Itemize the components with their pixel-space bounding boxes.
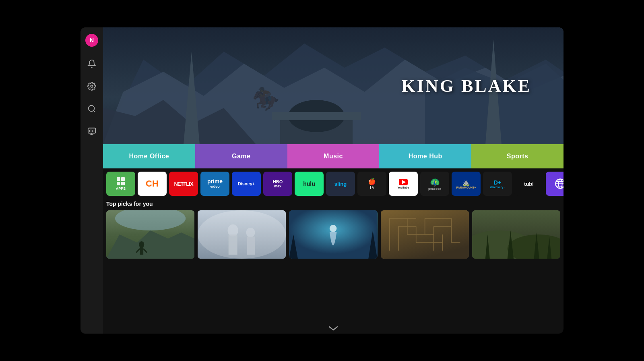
hero-rider-silhouette: 🏇 xyxy=(252,86,280,112)
youtube-label: YouTube xyxy=(398,186,409,189)
picks-row xyxy=(106,210,560,259)
main-content: 🏇 KING BLAKE Home Office Game Music Home… xyxy=(103,27,564,334)
user-avatar[interactable]: N xyxy=(85,34,98,47)
sling-label: sling xyxy=(334,181,347,187)
hero-banner[interactable]: 🏇 KING BLAKE xyxy=(103,27,564,144)
svg-rect-29 xyxy=(140,247,143,255)
svg-rect-35 xyxy=(229,234,237,255)
hulu-tile[interactable]: hulu xyxy=(295,172,324,196)
settings-icon[interactable] xyxy=(86,81,97,92)
tv-frame: N xyxy=(80,27,564,334)
more-apps-tile[interactable] xyxy=(546,172,564,196)
svg-point-1 xyxy=(89,106,95,112)
svg-rect-16 xyxy=(272,112,361,120)
svg-point-36 xyxy=(246,228,255,237)
scroll-down-indicator[interactable] xyxy=(328,325,338,332)
sidebar: N xyxy=(80,27,103,334)
pick-2-art xyxy=(198,210,286,259)
apple-tv-tile[interactable]: 🍎 TV xyxy=(357,172,386,196)
svg-rect-37 xyxy=(247,237,255,255)
pick-4-art xyxy=(381,210,469,259)
picks-title: Top picks for you xyxy=(106,201,560,207)
picks-section: Top picks for you xyxy=(103,199,564,324)
disney-tile[interactable]: Disney+ xyxy=(232,172,261,196)
pick-item-1[interactable] xyxy=(106,210,194,259)
peacock-tile[interactable]: 🦚 peacock xyxy=(420,172,449,196)
svg-line-2 xyxy=(93,110,95,112)
globe-icon xyxy=(555,178,564,189)
svg-marker-27 xyxy=(106,230,194,259)
hero-title: KING BLAKE xyxy=(402,76,531,96)
category-game[interactable]: Game xyxy=(195,144,287,168)
youtube-tile[interactable]: YouTube xyxy=(389,172,418,196)
ch-logo: CH xyxy=(146,178,159,189)
apple-tv-label: TV xyxy=(368,185,376,190)
paramount-tile[interactable]: ⛰️ PARAMOUNT+ xyxy=(452,172,481,196)
svg-point-33 xyxy=(198,210,286,259)
apps-label: APPS xyxy=(116,187,126,191)
pick-item-2[interactable] xyxy=(198,210,286,259)
paramount-label: PARAMOUNT+ xyxy=(456,186,476,189)
hulu-label: hulu xyxy=(303,180,315,187)
hbo-tile[interactable]: HBO max xyxy=(263,172,292,196)
svg-point-41 xyxy=(330,225,337,232)
prime-video-tile[interactable]: prime video xyxy=(200,172,229,196)
discovery-label: discovery+ xyxy=(490,186,505,189)
tubi-label: tubi xyxy=(524,181,534,187)
notifications-icon[interactable] xyxy=(86,58,97,69)
pick-item-3[interactable] xyxy=(289,210,377,259)
scroll-indicator-container xyxy=(103,324,564,334)
category-sports[interactable]: Sports xyxy=(471,144,564,168)
chevron-down-icon xyxy=(328,326,338,331)
category-home-hub[interactable]: Home Hub xyxy=(379,144,471,168)
sling-tile[interactable]: sling xyxy=(326,172,355,196)
pick-1-art xyxy=(106,210,194,259)
guide-icon[interactable] xyxy=(86,126,97,137)
disney-label: Disney+ xyxy=(238,181,255,186)
peacock-label: peacock xyxy=(428,187,441,191)
netflix-tile[interactable]: NETFLIX xyxy=(169,172,198,196)
discovery-tile[interactable]: D+ discovery+ xyxy=(483,172,512,196)
pick-5-art xyxy=(472,210,560,259)
tubi-tile[interactable]: tubi xyxy=(514,172,543,196)
search-icon[interactable] xyxy=(86,103,97,114)
netflix-label: NETFLIX xyxy=(174,181,193,187)
ch-tile[interactable]: CH xyxy=(138,172,167,196)
category-home-office[interactable]: Home Office xyxy=(103,144,195,168)
pick-item-4[interactable] xyxy=(381,210,469,259)
apps-row: APPS CH NETFLIX prime video Disney+ xyxy=(103,168,564,199)
svg-point-0 xyxy=(91,85,93,87)
category-music[interactable]: Music xyxy=(287,144,380,168)
category-bar: Home Office Game Music Home Hub Sports xyxy=(103,144,564,168)
pick-3-art xyxy=(289,210,377,259)
apps-tile[interactable]: APPS xyxy=(106,172,135,196)
svg-rect-3 xyxy=(88,128,95,133)
pick-item-5[interactable] xyxy=(472,210,560,259)
